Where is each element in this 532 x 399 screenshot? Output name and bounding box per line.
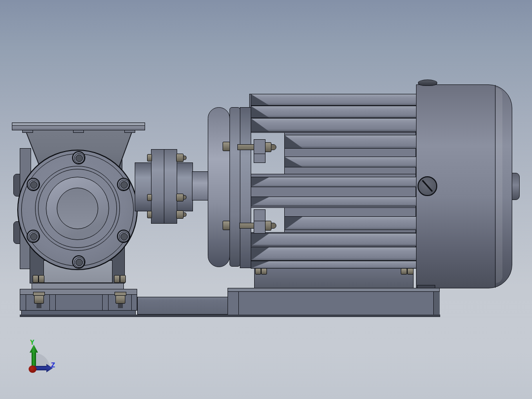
tie-rod	[239, 223, 254, 229]
cooling-fin	[284, 216, 417, 230]
x-axis-origin-dot[interactable]	[29, 365, 37, 373]
motor-base-body	[228, 291, 440, 315]
cooling-fin	[251, 247, 417, 261]
hopper-flange-tab	[124, 130, 135, 133]
housing-seam	[495, 85, 495, 288]
flange-bolt	[223, 221, 230, 230]
coupling-nut	[176, 194, 184, 201]
cover-bolt	[72, 255, 85, 269]
motor-foot-pad	[255, 268, 261, 275]
cooling-fin	[251, 118, 417, 132]
cover-bolt	[72, 151, 85, 164]
hopper-flange-tab	[73, 130, 84, 133]
coupling-disc-right	[164, 149, 177, 224]
coupling-bolt-head	[147, 154, 152, 161]
tie-rod	[237, 144, 254, 150]
y-axis-label: Y	[30, 338, 34, 346]
housing-highlight	[496, 88, 502, 283]
pedestal-nut	[114, 275, 120, 283]
base-bolt-stub	[37, 304, 41, 308]
drain-screw-slotted	[418, 176, 437, 196]
motor-shaft	[192, 171, 208, 200]
housing-top-cap-screw	[418, 80, 437, 86]
cooling-fin	[284, 157, 417, 167]
motor-end-bell-dome	[208, 107, 230, 267]
coupling-bolt-head	[147, 194, 152, 201]
cooling-fin	[251, 197, 417, 206]
flange-bolt	[223, 142, 230, 151]
motor-shaft-hub	[177, 162, 193, 211]
cooling-fin	[251, 106, 417, 118]
pedestal-nut	[33, 275, 38, 283]
motor-foot-pad	[401, 268, 407, 275]
coupling-stud-tip	[183, 156, 187, 160]
base-rail	[137, 297, 228, 315]
tie-rod-tip	[271, 144, 276, 150]
motor-foot-pad	[407, 268, 414, 275]
cover-bolt	[27, 178, 40, 191]
cooling-fin	[284, 135, 417, 149]
tie-rod-tip	[271, 223, 276, 229]
coupling-stud-tip	[183, 212, 187, 217]
pump-shaft-hub	[135, 162, 152, 211]
base-bolt	[34, 295, 44, 304]
coupling-stud-tip	[183, 195, 187, 200]
cover-bolt	[117, 178, 130, 191]
hopper-flange-tab	[22, 130, 33, 133]
cooling-fin	[251, 94, 417, 106]
motor-foot	[254, 268, 414, 288]
cooling-fin	[251, 233, 417, 246]
base-bolt	[115, 295, 125, 304]
z-axis-label: Z	[51, 361, 55, 369]
ground-shadow	[20, 315, 440, 317]
cad-viewport[interactable]: Y Z	[0, 0, 532, 399]
coupling-nut	[176, 154, 184, 162]
coupling-nut	[176, 210, 184, 219]
motor-foot-pad	[261, 268, 267, 275]
pedestal-nut	[38, 275, 44, 283]
motor-front-flange	[229, 107, 240, 267]
cover-bolt	[117, 230, 130, 243]
hub-bore	[57, 188, 98, 229]
motor-front-section	[240, 107, 251, 268]
pedestal-nut	[120, 275, 126, 283]
tie-rod-bracket	[254, 139, 266, 163]
base-bolt-stub	[118, 304, 123, 308]
housing-shaft-stub	[512, 173, 520, 200]
coupling-bolt-head	[147, 211, 152, 218]
cooling-fin	[251, 261, 417, 269]
cooling-fin	[251, 177, 417, 187]
cover-bolt	[27, 230, 40, 243]
coupling-disc-left	[151, 149, 164, 224]
tie-rod-bracket	[254, 209, 266, 234]
